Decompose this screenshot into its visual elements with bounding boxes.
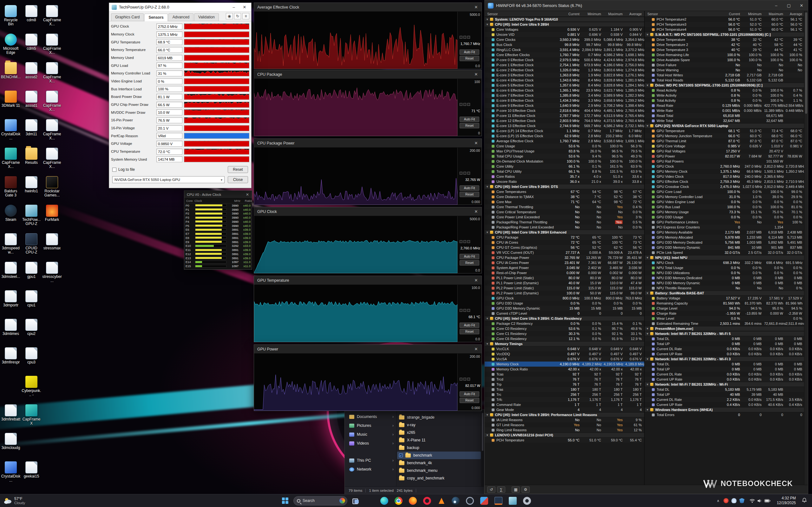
sensor-group-memory-timings[interactable]: ▾Memory Timings: [485, 341, 644, 346]
sensor-row-gpu-memory-controller-load[interactable]: GPU Memory Controller Load31.0 %1.0 %39.…: [645, 194, 805, 199]
desktop-icon-recycle-bin[interactable]: Recycle Bin: [1, 5, 20, 26]
sensor-row-read-total[interactable]: Read Total65,818 MB68,671 MB: [645, 113, 805, 118]
refresh-icon[interactable]: ↻: [234, 13, 241, 19]
sensor-row-current-up-rate[interactable]: Current UP Rate0.0 KB/s0.0 KB/s0.0 KB/s0…: [645, 351, 805, 356]
checkbox[interactable]: [463, 309, 466, 312]
sensor-row-gpu-clock[interactable]: GPU Clock2752.0 MHz: [111, 22, 249, 31]
gpuz-close-button[interactable]: Close: [228, 176, 248, 183]
sensor-row-perfcap-reason[interactable]: PerfCap ReasonVRel: [111, 132, 249, 140]
sensor-row-system-memory-used[interactable]: System Memory Used14174 MB: [111, 155, 249, 163]
sensor-group-cpu-0-intel-core-ultra-9-285h[interactable]: ▾CPU [#0]: Intel Core Ultra 9 285H: [485, 22, 644, 27]
checkbox[interactable]: [463, 103, 466, 106]
desktop-icon-stressmax[interactable]: stressmax: [42, 233, 62, 250]
sensor-row-package-c2-residency[interactable]: Package C2 Residency0.0 %0.0 %15.4 %0.1 …: [485, 321, 644, 326]
sensor-row-16-pin-voltage[interactable]: 16-Pin Voltage20.1 V: [111, 124, 249, 132]
sensor-row-gpu-d3d-memory-dynamic[interactable]: GPU D3D Memory Dynamic15 MB15 MB15 MB15 …: [485, 306, 644, 311]
sensor-row-charge-level[interactable]: Charge Level94.0 %94.5 %95.0 %94.5 %: [645, 306, 805, 311]
sensor-row-total-dl[interactable]: Total DL0 MB0 MB0 MB0 MB: [645, 361, 805, 367]
desktop-icon-3dmcloudg[interactable]: 3dmcloudg: [1, 433, 20, 450]
core-row-e6[interactable]: E63891x39.0: [186, 228, 251, 232]
desktop-icon-microsoft-edge[interactable]: Microsoft Edge: [1, 34, 20, 55]
checkbox[interactable]: [467, 172, 470, 175]
file-item-copy-and-benchmark[interactable]: copy_and_benchmark: [397, 474, 481, 482]
sensor-row-current-dl-rate[interactable]: Current DL Rate2.2 KB/s0.0 KB/s171.5 KB/…: [645, 397, 805, 402]
auto-fit-button[interactable]: Auto Fit: [460, 49, 479, 55]
sensor-row-memory-used[interactable]: Memory Used6019 MB: [111, 54, 249, 62]
sensor-row-gpu-clock[interactable]: GPU Clock800.0 MHz100.0 MHz800.0 MHz763.…: [485, 296, 644, 301]
sensor-row-board-power-draw[interactable]: Board Power Draw81.1 W: [111, 93, 249, 101]
sensor-row-gpu-memory-allocated[interactable]: GPU Memory Allocated5,978 MB1,233 MB6,11…: [645, 235, 805, 240]
desktop-icon-cpuid-cpu-z[interactable]: CPUID CPU-Z: [21, 233, 41, 255]
sensor-row-write-rate[interactable]: Write Rate0.001 MB/s0.000 MB/s11.389 MB/…: [645, 108, 805, 113]
desktop-icon-cpu3[interactable]: cpu3: [21, 347, 41, 364]
desktop-icon-crystaldisk-[interactable]: CrystalDisk...: [1, 119, 20, 140]
sensor-row-gpu-load[interactable]: GPU Load97 %: [111, 61, 249, 69]
desktop-icon-capframex-[interactable]: CapFrameX...: [42, 119, 62, 140]
sensor-row-system-agent-power[interactable]: System Agent Power3.045 W2.402 W3.465 W3…: [485, 265, 644, 270]
file-item-v-ray[interactable]: v-ray: [397, 421, 481, 429]
desktop-icon-furmark[interactable]: FurMark: [42, 205, 62, 222]
sensor-row-memory-temperature[interactable]: Memory Temperature66.0 °C: [111, 46, 249, 54]
sensor-group-network-intel-wi-fi-7-be201-320mhz-wi-fi[interactable]: ▾Network: Intel Wi-Fi 7 BE201 320MHz - W…: [645, 382, 805, 387]
sensor-row-gt-limit-reasons[interactable]: GT Limit ReasonsYesNoYes61 %: [485, 422, 644, 428]
sensor-row-npu-total-usage[interactable]: NPU Total Usage0.0 %0.0 %0.0 %0.0 %: [645, 265, 805, 270]
sensor-row-gpu-clock[interactable]: GPU Clock2,760.0 MHz247.0 MHz2,812.0 MHz…: [645, 164, 805, 169]
sensor-row-pci-express-error-counters[interactable]: PCI Express Error Counters01,154: [645, 225, 805, 230]
core-row-e12[interactable]: E123891x39.0: [186, 252, 251, 256]
desktop-icon-3dmfirespr[interactable]: 3dmfirespr: [1, 347, 20, 364]
desktop-icon-3dmportr[interactable]: 3dmportr: [1, 290, 20, 307]
sensor-row-npu-d3d-memory-dynamic[interactable]: NPU D3D Memory Dynamic0 MB0 MB0 MB0 MB: [645, 280, 805, 285]
sensor-row-gpu-power[interactable]: GPU Power82.017 W7.684 W92.777 W78.836 W: [645, 154, 805, 159]
core-clock-titlebar[interactable]: CPU #0 - Active Clock✕: [184, 191, 252, 199]
hidden-icons-chevron[interactable]: ∧: [716, 498, 721, 504]
sensor-row-drive-temperature[interactable]: Drive Temperature38 °C32 °C42 °C39 °C: [645, 37, 805, 42]
file-item-strange-brigade[interactable]: strange_brigade: [397, 413, 481, 421]
sensor-row-npu-throttle-reasons[interactable]: NPU Throttle ReasonsNoNoNo0 %: [645, 285, 805, 291]
sensor-row-cpu-ia-cores-power[interactable]: CPU IA Cores Power23.401 W7.361 W66.687 …: [485, 260, 644, 265]
sensor-row-total-host-writes[interactable]: Total Host Writes2,718 GB2,717 GB2,718 G…: [645, 72, 805, 78]
checkbox[interactable]: [460, 172, 462, 175]
sensor-row-gpu-thermal-limit[interactable]: GPU Thermal Limit87.0 °C87.0 °C87.0 °C87…: [645, 138, 805, 144]
sensor-row-p-core-1-effective-clock[interactable]: P-core 1 Effective Clock2,754.1 MHz673.9…: [485, 62, 644, 67]
core-row-p5[interactable]: P53990x40.0: [186, 224, 251, 228]
search-box[interactable]: Search: [293, 496, 347, 505]
sensor-row-gpu-core-voltage[interactable]: GPU Core Voltage0.985 V0.635 V1.010 V0.9…: [645, 144, 805, 149]
sensor-row-e-core-lp-14-effective-clock[interactable]: E-core (LP) 14 Effective Clock1.1 MHz0.7…: [485, 128, 644, 133]
tab-graphics-card[interactable]: Graphics Card: [111, 13, 144, 21]
core-row-p3[interactable]: P33990x40.0: [186, 216, 251, 220]
sensor-row-write-activity[interactable]: Write Activity0.8 %0.0 %100.0 %0.4 %: [645, 93, 805, 98]
scrollbar[interactable]: [804, 11, 808, 485]
sensor-row-core-c6-residency[interactable]: Core C6 Residency12.1 %0.0 %91.9 %12.9 %: [485, 336, 644, 341]
sensor-row-total-activity[interactable]: Total Activity0.8 %0.0 %100.0 %1.1 %: [645, 98, 805, 103]
sensor-row-core-c1-residency[interactable]: Core C1 Residency30.3 %0.0 %92.1 %33.1 %: [485, 331, 644, 336]
sensor-row-core-ratios[interactable]: Core Ratios35.7 x4.0 x51.0 x33.6 x: [485, 174, 644, 179]
sensor-row-total-up[interactable]: Total UP40 MB39 MB40 MB: [645, 392, 805, 397]
start-button[interactable]: [279, 495, 291, 506]
checkbox[interactable]: [467, 36, 470, 39]
sensor-row-e-core-9-effective-clock[interactable]: E-core 9 Effective Clock1,640.9 MHz2.9 M…: [485, 103, 644, 108]
checkbox[interactable]: [463, 172, 466, 175]
sensor-row-gpu-voltage[interactable]: GPU Voltage0.9850 V: [111, 140, 249, 148]
desktop-icon-results[interactable]: Results: [21, 148, 41, 165]
sensor-row-trp[interactable]: Trp76 T76 T76 T76 T: [485, 382, 644, 387]
sensor-row-total-dl[interactable]: Total DL0 MB0 MB0 MB0 MB: [645, 336, 805, 341]
desktop-icon-cpu1[interactable]: cpu1: [21, 290, 41, 307]
close-icon[interactable]: ✕: [239, 5, 250, 9]
sensor-row-e-core-lp-15-effective-clock[interactable]: E-core (LP) 15 Effective Clock62.9 MHz2.…: [485, 133, 644, 138]
auto-fit-button[interactable]: Auto Fit: [460, 323, 479, 328]
nav-item-network[interactable]: Network›: [345, 465, 396, 474]
tab-sensors[interactable]: Sensors: [144, 14, 167, 21]
sensor-row-cpu-ia-cores[interactable]: CPU IA Cores72 °C65 °C100 °C73 °C: [485, 240, 644, 245]
core-row-e9[interactable]: E93891x39.0: [186, 240, 251, 244]
sensor-row-total-cpu-usage[interactable]: Total CPU Usage53.6 %9.4 %96.5 %49.3 %: [485, 154, 644, 159]
auto-fit-button[interactable]: Auto Fit: [460, 391, 479, 397]
graph-reset-button[interactable]: Reset: [460, 192, 479, 197]
sensor-row-max-cpu-thread-usage[interactable]: Max CPU/Thread Usage83.8 %26.0 %96.5 %79…: [485, 149, 644, 154]
taskbar-app-cpu-z[interactable]: [492, 495, 504, 506]
checkbox[interactable]: [460, 309, 462, 312]
desktop-icon-capframex-[interactable]: CapFrameX...: [42, 5, 62, 26]
sensor-group-system-lenovo-yoga-pro-9-16iah10[interactable]: ▾System: LENOVO Yoga Pro 9 16IAH10: [485, 17, 644, 22]
sensor-row-tras[interactable]: Tras180 T180 T180 T180 T: [485, 387, 644, 392]
close-icon[interactable]: ✕: [795, 0, 808, 11]
sensor-row-core-power-limit-exceeded[interactable]: Core Power Limit ExceededNoNoYes3 %: [485, 215, 644, 220]
